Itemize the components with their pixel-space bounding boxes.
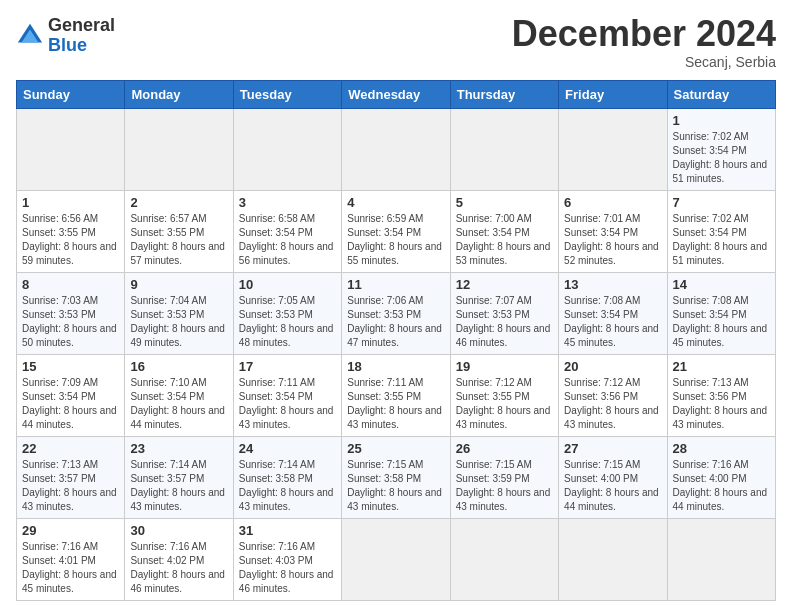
- day-detail: Sunrise: 7:11 AMSunset: 3:54 PMDaylight:…: [239, 376, 336, 432]
- page-header: General Blue December 2024 Secanj, Serbi…: [16, 16, 776, 70]
- day-detail: Sunrise: 7:16 AMSunset: 4:03 PMDaylight:…: [239, 540, 336, 596]
- header-wednesday: Wednesday: [342, 81, 450, 109]
- calendar-header-row: SundayMondayTuesdayWednesdayThursdayFrid…: [17, 81, 776, 109]
- day-number: 1: [22, 195, 119, 210]
- day-number: 21: [673, 359, 770, 374]
- day-number: 4: [347, 195, 444, 210]
- calendar-cell: 6Sunrise: 7:01 AMSunset: 3:54 PMDaylight…: [559, 191, 667, 273]
- calendar-week-5: 22Sunrise: 7:13 AMSunset: 3:57 PMDayligh…: [17, 437, 776, 519]
- day-detail: Sunrise: 6:56 AMSunset: 3:55 PMDaylight:…: [22, 212, 119, 268]
- calendar-cell: 30Sunrise: 7:16 AMSunset: 4:02 PMDayligh…: [125, 519, 233, 601]
- day-number: 13: [564, 277, 661, 292]
- day-detail: Sunrise: 7:01 AMSunset: 3:54 PMDaylight:…: [564, 212, 661, 268]
- day-number: 28: [673, 441, 770, 456]
- day-number: 1: [673, 113, 770, 128]
- day-number: 19: [456, 359, 553, 374]
- logo-text: General Blue: [48, 16, 115, 56]
- day-detail: Sunrise: 7:11 AMSunset: 3:55 PMDaylight:…: [347, 376, 444, 432]
- logo-blue: Blue: [48, 36, 115, 56]
- day-detail: Sunrise: 7:15 AMSunset: 4:00 PMDaylight:…: [564, 458, 661, 514]
- calendar-cell: [667, 519, 775, 601]
- day-number: 26: [456, 441, 553, 456]
- day-detail: Sunrise: 7:16 AMSunset: 4:01 PMDaylight:…: [22, 540, 119, 596]
- day-detail: Sunrise: 7:12 AMSunset: 3:55 PMDaylight:…: [456, 376, 553, 432]
- day-number: 20: [564, 359, 661, 374]
- calendar-cell: 15Sunrise: 7:09 AMSunset: 3:54 PMDayligh…: [17, 355, 125, 437]
- calendar-cell: [450, 519, 558, 601]
- calendar-cell: 1Sunrise: 7:02 AMSunset: 3:54 PMDaylight…: [667, 109, 775, 191]
- day-detail: Sunrise: 7:15 AMSunset: 3:59 PMDaylight:…: [456, 458, 553, 514]
- day-detail: Sunrise: 7:02 AMSunset: 3:54 PMDaylight:…: [673, 212, 770, 268]
- calendar-cell: 2Sunrise: 6:57 AMSunset: 3:55 PMDaylight…: [125, 191, 233, 273]
- day-number: 23: [130, 441, 227, 456]
- header-saturday: Saturday: [667, 81, 775, 109]
- day-detail: Sunrise: 6:57 AMSunset: 3:55 PMDaylight:…: [130, 212, 227, 268]
- calendar-cell: 23Sunrise: 7:14 AMSunset: 3:57 PMDayligh…: [125, 437, 233, 519]
- header-monday: Monday: [125, 81, 233, 109]
- calendar-cell: [559, 109, 667, 191]
- calendar-week-6: 29Sunrise: 7:16 AMSunset: 4:01 PMDayligh…: [17, 519, 776, 601]
- calendar-cell: 10Sunrise: 7:05 AMSunset: 3:53 PMDayligh…: [233, 273, 341, 355]
- day-number: 24: [239, 441, 336, 456]
- day-number: 2: [130, 195, 227, 210]
- calendar-cell: [342, 519, 450, 601]
- calendar-cell: 31Sunrise: 7:16 AMSunset: 4:03 PMDayligh…: [233, 519, 341, 601]
- day-detail: Sunrise: 7:14 AMSunset: 3:57 PMDaylight:…: [130, 458, 227, 514]
- day-detail: Sunrise: 7:12 AMSunset: 3:56 PMDaylight:…: [564, 376, 661, 432]
- day-detail: Sunrise: 7:03 AMSunset: 3:53 PMDaylight:…: [22, 294, 119, 350]
- calendar-cell: 3Sunrise: 6:58 AMSunset: 3:54 PMDaylight…: [233, 191, 341, 273]
- calendar-cell: [342, 109, 450, 191]
- day-detail: Sunrise: 7:10 AMSunset: 3:54 PMDaylight:…: [130, 376, 227, 432]
- calendar-cell: 29Sunrise: 7:16 AMSunset: 4:01 PMDayligh…: [17, 519, 125, 601]
- day-detail: Sunrise: 7:08 AMSunset: 3:54 PMDaylight:…: [673, 294, 770, 350]
- calendar-cell: 13Sunrise: 7:08 AMSunset: 3:54 PMDayligh…: [559, 273, 667, 355]
- calendar-cell: 4Sunrise: 6:59 AMSunset: 3:54 PMDaylight…: [342, 191, 450, 273]
- calendar-table: SundayMondayTuesdayWednesdayThursdayFrid…: [16, 80, 776, 601]
- calendar-cell: 27Sunrise: 7:15 AMSunset: 4:00 PMDayligh…: [559, 437, 667, 519]
- day-number: 15: [22, 359, 119, 374]
- calendar-cell: 1Sunrise: 6:56 AMSunset: 3:55 PMDaylight…: [17, 191, 125, 273]
- day-number: 10: [239, 277, 336, 292]
- calendar-cell: 26Sunrise: 7:15 AMSunset: 3:59 PMDayligh…: [450, 437, 558, 519]
- day-detail: Sunrise: 7:13 AMSunset: 3:56 PMDaylight:…: [673, 376, 770, 432]
- day-detail: Sunrise: 7:06 AMSunset: 3:53 PMDaylight:…: [347, 294, 444, 350]
- day-number: 9: [130, 277, 227, 292]
- calendar-week-4: 15Sunrise: 7:09 AMSunset: 3:54 PMDayligh…: [17, 355, 776, 437]
- calendar-cell: 22Sunrise: 7:13 AMSunset: 3:57 PMDayligh…: [17, 437, 125, 519]
- calendar-cell: 5Sunrise: 7:00 AMSunset: 3:54 PMDaylight…: [450, 191, 558, 273]
- day-detail: Sunrise: 7:00 AMSunset: 3:54 PMDaylight:…: [456, 212, 553, 268]
- day-detail: Sunrise: 7:05 AMSunset: 3:53 PMDaylight:…: [239, 294, 336, 350]
- calendar-week-3: 8Sunrise: 7:03 AMSunset: 3:53 PMDaylight…: [17, 273, 776, 355]
- logo-general: General: [48, 16, 115, 36]
- day-detail: Sunrise: 6:58 AMSunset: 3:54 PMDaylight:…: [239, 212, 336, 268]
- calendar-cell: 14Sunrise: 7:08 AMSunset: 3:54 PMDayligh…: [667, 273, 775, 355]
- calendar-cell: [17, 109, 125, 191]
- calendar-week-1: 1Sunrise: 7:02 AMSunset: 3:54 PMDaylight…: [17, 109, 776, 191]
- day-number: 6: [564, 195, 661, 210]
- calendar-cell: 25Sunrise: 7:15 AMSunset: 3:58 PMDayligh…: [342, 437, 450, 519]
- day-detail: Sunrise: 6:59 AMSunset: 3:54 PMDaylight:…: [347, 212, 444, 268]
- day-number: 17: [239, 359, 336, 374]
- logo-icon: [16, 22, 44, 50]
- header-sunday: Sunday: [17, 81, 125, 109]
- day-number: 3: [239, 195, 336, 210]
- calendar-cell: [233, 109, 341, 191]
- day-number: 14: [673, 277, 770, 292]
- day-detail: Sunrise: 7:16 AMSunset: 4:00 PMDaylight:…: [673, 458, 770, 514]
- location-subtitle: Secanj, Serbia: [512, 54, 776, 70]
- day-detail: Sunrise: 7:08 AMSunset: 3:54 PMDaylight:…: [564, 294, 661, 350]
- day-number: 22: [22, 441, 119, 456]
- header-friday: Friday: [559, 81, 667, 109]
- calendar-cell: 16Sunrise: 7:10 AMSunset: 3:54 PMDayligh…: [125, 355, 233, 437]
- day-detail: Sunrise: 7:13 AMSunset: 3:57 PMDaylight:…: [22, 458, 119, 514]
- calendar-cell: 9Sunrise: 7:04 AMSunset: 3:53 PMDaylight…: [125, 273, 233, 355]
- day-number: 18: [347, 359, 444, 374]
- calendar-cell: 19Sunrise: 7:12 AMSunset: 3:55 PMDayligh…: [450, 355, 558, 437]
- calendar-cell: [559, 519, 667, 601]
- day-detail: Sunrise: 7:09 AMSunset: 3:54 PMDaylight:…: [22, 376, 119, 432]
- month-title: December 2024: [512, 16, 776, 52]
- day-number: 16: [130, 359, 227, 374]
- calendar-cell: 17Sunrise: 7:11 AMSunset: 3:54 PMDayligh…: [233, 355, 341, 437]
- header-thursday: Thursday: [450, 81, 558, 109]
- calendar-cell: 20Sunrise: 7:12 AMSunset: 3:56 PMDayligh…: [559, 355, 667, 437]
